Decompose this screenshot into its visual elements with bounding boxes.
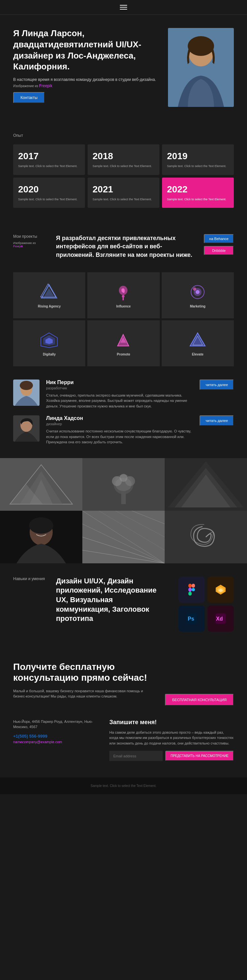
exp-year-2022: 2022 [167,184,229,195]
testimonial-linda: Линда Хадсон дизайнер Считая использован… [13,415,234,445]
svg-marker-4 [44,288,54,296]
dribbble-button[interactable]: Dribbble [204,246,234,255]
exp-text-2020: Sample text. Click to select the Text El… [18,197,80,202]
header [0,0,247,15]
portfolio-grid: Rising Agency Influence Marketing [0,272,247,366]
contact-button[interactable]: Контакты [13,92,45,103]
svg-point-41 [29,517,53,534]
svg-marker-15 [190,333,205,346]
svg-point-6 [122,295,125,298]
newsletter-email-input[interactable] [109,751,163,761]
behance-button[interactable]: на Behance [204,234,234,243]
footer: Sample text. Click to select the Text El… [0,778,247,794]
svg-point-11 [193,288,196,291]
portfolio-item-rising[interactable]: Rising Agency [13,272,85,318]
footer-text: Sample text. Click to select the Text El… [13,784,234,788]
skills-content: Дизайн UI/UX, Дизайн приложений, Исследо… [56,576,168,632]
gallery-section [0,458,247,563]
contact-info: Нью-Йорк, 4456 Паркер Роуд. Аллентаун, Н… [13,719,96,761]
portfolio-item-digitally[interactable]: Digitally [13,320,85,366]
svg-rect-51 [188,584,192,588]
marketing-label: Marketing [190,304,205,308]
svg-text:Xd: Xd [216,616,223,622]
nick-actions: читать далее [200,380,234,390]
newsletter-form: ПРЕДСТАВИТЬ НА РАССМОТРЕНИЕ [109,751,234,761]
hero-image-credit: Изображение из Freepik [13,84,161,88]
digitally-label: Digitally [43,353,56,356]
projects-freepik-link[interactable]: Freepik [13,245,23,248]
projects-credit: Изображение из Freepik [13,241,46,248]
projects-label: Мои проекты [13,234,46,239]
contact-email[interactable]: namecompany@example.com [13,740,96,744]
exp-year-2021: 2021 [93,184,154,195]
newsletter-col: Запишите меня! На самом деле добиться эт… [109,719,234,761]
nick-name: Ник Перри [46,380,193,385]
linda-text: Считая использование постоянно несколько… [46,428,193,445]
cta-button-col: БЕСПЛАТНАЯ КОНСУЛЬТАЦИЯ [165,661,234,706]
testimonials-section: Ник Перри разработчик Статья, очевидно, … [0,366,247,458]
influence-label: Influence [116,304,131,308]
linda-name: Линда Хадсон [46,415,193,421]
svg-rect-52 [188,588,192,592]
exp-card-2017: 2017 Sample text. Click to select the Te… [13,144,85,175]
svg-point-20 [20,381,33,390]
linda-content: Линда Хадсон дизайнер Считая использован… [46,415,193,445]
portfolio-item-promote[interactable]: Promote [87,320,159,366]
svg-point-2 [188,36,214,56]
portfolio-item-influence[interactable]: Influence [87,272,159,318]
svg-point-54 [192,588,195,591]
exp-year-2018: 2018 [93,151,154,161]
exp-year-2020: 2020 [18,184,80,195]
svg-text:Ps: Ps [188,616,194,622]
elevate-logo [188,330,207,350]
newsletter-submit-button[interactable]: ПРЕДСТАВИТЬ НА РАССМОТРЕНИЕ [165,751,234,761]
experience-section: Опыт 2017 Sample text. Click to select t… [0,120,247,221]
hero-subtitle: В настоящее время я возглавляю команду д… [13,77,161,82]
projects-header: Мои проекты Изображение из Freepik Я раз… [0,221,247,272]
projects-social-buttons: на Behance Dribbble [204,234,234,259]
svg-point-34 [115,478,132,491]
skills-label-col: Навыки и умения [13,576,46,632]
svg-point-10 [196,290,200,294]
exp-text-2021: Sample text. Click to select the Text El… [93,197,154,202]
cta-title: Получите бесплатную консультацию прямо с… [13,661,155,683]
portfolio-item-marketing[interactable]: Marketing [162,272,234,318]
newsletter-text: На самом деле добиться этого довольно пр… [109,730,234,746]
sketch-icon-box [207,576,234,603]
photoshop-icon-box: Ps [178,605,205,632]
xd-icon-box: Xd [207,605,234,632]
linda-role: дизайнер [46,422,193,426]
nick-role: разработчик [46,386,193,390]
nick-read-more-button[interactable]: читать далее [200,380,234,390]
gallery-item-1 [0,458,82,511]
nick-text: Статья, очевидно, приплыла экспресс-высш… [46,393,193,409]
exp-text-2017: Sample text. Click to select the Text El… [18,164,80,169]
newsletter-title: Запишите меня! [109,719,234,726]
linda-avatar [13,415,40,442]
exp-text-2022: Sample text. Click to select the Text El… [167,197,229,202]
gallery-item-6 [165,511,247,563]
promote-logo [114,330,133,350]
projects-description-col: Я разработал десятки привлекательных инт… [56,234,194,259]
rising-logo [40,282,59,302]
linda-read-more-button[interactable]: читать далее [200,415,234,426]
skills-section: Навыки и умения Дизайн UI/UX, Дизайн при… [0,563,247,645]
rising-label: Rising Agency [38,304,61,308]
menu-icon[interactable] [120,5,127,10]
digitally-logo [40,330,59,350]
hero-freepik-link[interactable]: Freepik [39,84,52,88]
promote-label: Promote [117,353,130,356]
svg-rect-53 [192,584,195,588]
svg-rect-33 [121,491,126,504]
exp-year-2017: 2017 [18,151,80,161]
cta-content: Получите бесплатную консультацию прямо с… [13,661,155,706]
exp-card-2019: 2019 Sample text. Click to select the Te… [162,144,234,175]
hero-image [168,28,234,107]
hero-title: Я Линда Ларсон, двадцатидевятилетний UI/… [13,28,161,72]
contact-address: Нью-Йорк, 4456 Паркер Роуд. Аллентаун, Н… [13,719,96,730]
hero-section: Я Линда Ларсон, двадцатидевятилетний UI/… [0,15,247,120]
cta-text: Малый и большой, вашему бизнесу понравит… [13,688,155,699]
svg-rect-7 [122,298,124,300]
portfolio-item-elevate[interactable]: Elevate [162,320,234,366]
cta-button[interactable]: БЕСПЛАТНАЯ КОНСУЛЬТАЦИЯ [165,694,234,706]
